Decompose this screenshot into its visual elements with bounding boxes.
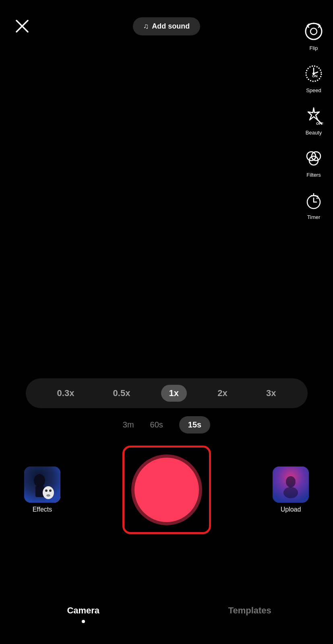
svg-text:3: 3	[316, 195, 319, 200]
add-sound-button[interactable]: ♫ Add sound	[133, 17, 200, 35]
duration-option-60s[interactable]: 60s	[150, 420, 163, 429]
svg-point-3	[310, 28, 317, 35]
duration-option-3m[interactable]: 3m	[123, 420, 134, 429]
svg-point-20	[49, 489, 52, 492]
right-sidebar: Flip ON Speed OFF Beauty	[302, 20, 325, 220]
record-row: Effects	[0, 446, 333, 534]
speed-option-05x[interactable]: 0.5x	[105, 385, 139, 402]
svg-point-18	[43, 486, 54, 499]
tab-templates-label: Templates	[228, 605, 271, 616]
sidebar-item-timer[interactable]: 3 Timer	[302, 189, 325, 220]
duration-option-15s[interactable]: 15s	[179, 416, 210, 433]
speed-option-03x[interactable]: 0.3x	[49, 385, 83, 402]
sidebar-item-speed[interactable]: ON Speed	[302, 62, 325, 93]
effects-thumbnail	[24, 466, 60, 503]
tab-camera[interactable]: Camera	[0, 605, 167, 623]
speed-option-2x[interactable]: 2x	[209, 385, 235, 402]
upload-thumbnail	[273, 466, 309, 503]
record-button-inner	[134, 458, 199, 522]
beauty-icon: OFF	[302, 105, 325, 127]
effects-button[interactable]: Effects	[24, 466, 60, 513]
sidebar-item-beauty[interactable]: OFF Beauty	[302, 105, 325, 136]
timer-icon: 3	[302, 189, 325, 212]
svg-point-2	[306, 23, 322, 39]
svg-text:ON: ON	[312, 74, 318, 78]
bottom-area: 0.3x 0.5x 1x 2x 3x 3m 60s 15s	[0, 362, 333, 644]
sidebar-item-filters[interactable]: Filters	[302, 147, 325, 178]
svg-text:OFF: OFF	[316, 122, 323, 126]
sidebar-item-flip[interactable]: Flip	[302, 20, 325, 51]
duration-selector: 3m 60s 15s	[123, 416, 210, 433]
speed-option-1x[interactable]: 1x	[161, 385, 187, 402]
flip-icon	[302, 20, 325, 43]
speed-icon: ON	[302, 62, 325, 85]
upload-label: Upload	[281, 506, 301, 513]
upload-button[interactable]: Upload	[273, 466, 309, 513]
record-button[interactable]	[122, 446, 211, 534]
flip-label: Flip	[310, 45, 318, 51]
speed-selector: 0.3x 0.5x 1x 2x 3x	[26, 378, 308, 408]
speed-label: Speed	[306, 87, 321, 93]
filters-icon	[302, 147, 325, 169]
music-icon: ♫	[143, 22, 149, 31]
svg-point-19	[45, 489, 48, 492]
filters-label: Filters	[306, 172, 321, 178]
bottom-nav: Camera Templates	[0, 596, 333, 644]
add-sound-label: Add sound	[152, 22, 190, 31]
close-button[interactable]	[12, 16, 32, 36]
tab-templates[interactable]: Templates	[167, 605, 333, 616]
top-bar: ♫ Add sound	[0, 0, 333, 40]
svg-point-16	[34, 474, 45, 487]
speed-option-3x[interactable]: 3x	[258, 385, 284, 402]
beauty-label: Beauty	[306, 130, 322, 136]
svg-point-21	[46, 494, 50, 497]
effects-label: Effects	[33, 506, 52, 513]
tab-camera-label: Camera	[67, 605, 99, 616]
tab-camera-indicator	[82, 620, 85, 623]
timer-label: Timer	[307, 214, 321, 220]
svg-point-23	[286, 476, 296, 487]
svg-point-24	[283, 487, 298, 498]
